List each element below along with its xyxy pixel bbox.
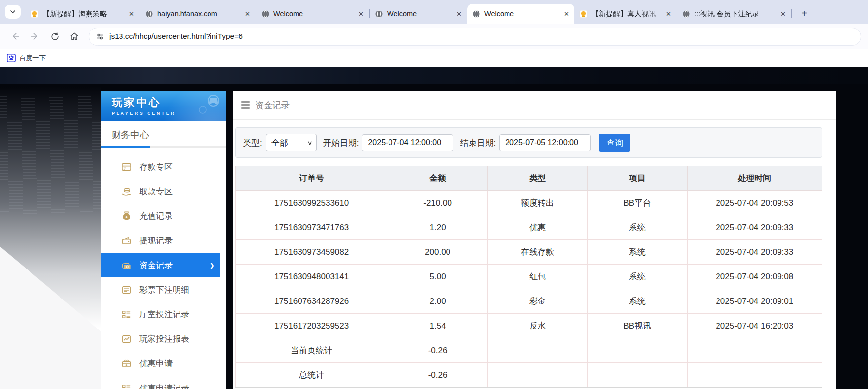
cell-amount: 200.00 (388, 240, 488, 265)
cell-label: 当前页统计 (236, 338, 388, 363)
col-header-type: 类型 (487, 166, 587, 191)
cell-amount: -0.26 (388, 338, 488, 363)
table-row: 17516309734717631.20优惠系统2025-07-04 20:09… (236, 215, 822, 240)
list-grid-icon (121, 309, 132, 320)
cell-type: 优惠 (487, 215, 587, 240)
cell-process-time: 2025-07-04 20:09:53 (687, 191, 822, 215)
sidebar-item-withdrawal-records[interactable]: 提现记录 (101, 228, 226, 253)
sidebar-header: 玩家中心 PLAYERS CENTER (101, 91, 226, 121)
address-bar[interactable]: js13.cc/hhcp/usercenter.html?iniType=6 (89, 28, 861, 46)
banknotes-icon (121, 260, 132, 270)
chevron-right-icon: ❯ (210, 262, 215, 269)
tab-close-icon[interactable]: ✕ (243, 10, 252, 18)
type-filter-label: 类型: (243, 137, 262, 149)
home-button[interactable] (66, 28, 83, 45)
sidebar-item-promo-application-records[interactable]: 优惠申请记录 (101, 376, 226, 389)
tab-title: haiyan.hfanax.com (157, 10, 239, 18)
sidebar-item-label: 优惠申请 (139, 358, 173, 369)
search-button[interactable]: 查询 (599, 134, 630, 152)
back-button[interactable] (7, 28, 24, 45)
sidebar-item-lottery-bet-detail[interactable]: 彩票下注明细 (101, 277, 226, 302)
browser-tab-2[interactable]: haiyan.hfanax.com ✕ (140, 4, 256, 24)
tab-close-icon[interactable]: ✕ (357, 10, 365, 18)
reload-icon (50, 32, 60, 41)
forward-arrow-icon (30, 31, 40, 41)
table-row: 17516172032595231.54反水BB视讯2025-07-04 16:… (236, 314, 822, 338)
sidebar-item-recharge-records[interactable]: ¥ 充值记录 (101, 204, 226, 228)
tab-title: :::视讯 会员下注纪录 (694, 9, 775, 19)
svg-text:¥: ¥ (126, 363, 128, 367)
table-row: 1751630973459082200.00在线存款系统2025-07-04 2… (236, 240, 822, 265)
sidebar-item-label: 彩票下注明细 (139, 284, 189, 296)
cell-type: 反水 (487, 314, 587, 338)
panel-header: 资金记录 (233, 91, 836, 120)
cell-amount: 2.00 (388, 289, 488, 314)
background-streaks (0, 96, 101, 214)
end-date-input[interactable] (499, 134, 591, 151)
sidebar-item-label: 厅室投注记录 (139, 309, 189, 320)
tab-title: Welcome (484, 10, 558, 18)
sidebar-item-deposit-zone[interactable]: 存款专区 (101, 154, 226, 179)
tab-close-icon[interactable]: ✕ (455, 10, 463, 18)
cell-order-no: 1751617203259523 (236, 314, 388, 338)
svg-text:¥: ¥ (125, 214, 128, 219)
reload-button[interactable] (46, 28, 63, 45)
cell-type: 红包 (487, 265, 587, 289)
chevron-down-icon: ∨ (307, 140, 312, 146)
sidebar-item-label: 优惠申请记录 (139, 383, 189, 389)
tab-search-chevron-button[interactable] (5, 5, 21, 19)
tab-title: 【新提醒】海燕策略 (43, 9, 123, 19)
tab-close-icon[interactable]: ✕ (779, 10, 787, 18)
table-row: 1751630992533610-210.00额度转出BB平台2025-07-0… (236, 191, 822, 215)
cell-type: 额度转出 (487, 191, 587, 215)
cell-process-time: 2025-07-04 20:09:33 (687, 215, 822, 240)
sidebar-item-funds-records[interactable]: 资金记录 ❯ (101, 253, 220, 277)
bookmark-baidu[interactable]: 百度一下 (7, 54, 46, 62)
browser-tab-1[interactable]: 【新提醒】海燕策略 ✕ (26, 4, 140, 24)
chart-report-icon (121, 334, 132, 344)
browser-tab-3[interactable]: Welcome ✕ (256, 4, 369, 24)
cell-order-no: 1751630973471763 (236, 215, 388, 240)
browser-tab-4[interactable]: Welcome ✕ (370, 4, 467, 24)
forward-button[interactable] (27, 28, 43, 45)
table-row: 17516076342879262.00彩金系统2025-07-04 20:09… (236, 289, 822, 314)
tab-close-icon[interactable]: ✕ (664, 10, 673, 18)
type-select[interactable]: 全部 ∨ (266, 134, 317, 151)
bookmarks-bar: 百度一下 (0, 49, 868, 67)
chevron-down-icon (10, 9, 16, 15)
browser-tab-6[interactable]: 【新提醒】真人视讯 ✕ (574, 4, 677, 24)
tab-close-icon[interactable]: ✕ (127, 10, 136, 18)
mail-alert-favicon-icon (30, 10, 39, 18)
start-date-input[interactable] (362, 134, 453, 151)
type-select-value: 全部 (271, 137, 288, 149)
cell-type: 彩金 (487, 289, 587, 314)
cell-process-time: 2025-07-04 16:20:03 (687, 314, 822, 338)
new-tab-button[interactable]: + (797, 6, 811, 21)
gamepad-decor-icon (195, 94, 221, 114)
cell-amount: -0.26 (388, 363, 488, 388)
sidebar-item-hall-bet-records[interactable]: 厅室投注记录 (101, 302, 226, 327)
tab-close-icon[interactable]: ✕ (562, 10, 570, 18)
globe-favicon-icon (261, 10, 269, 18)
table-header-row: 订单号 金额 类型 项目 处理时间 (236, 166, 822, 191)
baidu-paw-icon (7, 54, 16, 62)
receipt-icon (121, 285, 132, 295)
sidebar-item-withdraw-zone[interactable]: 取款专区 (101, 179, 226, 204)
hamburger-menu-icon[interactable] (241, 101, 250, 109)
cell-amount: 1.54 (388, 314, 488, 338)
globe-favicon-icon (145, 10, 153, 18)
cell-order-no: 1751630948003141 (236, 265, 388, 289)
cell-project: 系统 (587, 289, 687, 314)
back-arrow-icon (10, 31, 20, 41)
tab-title: 【新提醒】真人视讯 (592, 9, 660, 19)
page-viewport: 玩家中心 PLAYERS CENTER 财务中心 存款专区 取款专区 ¥ 充值记… (0, 67, 868, 389)
funds-records-panel: 资金记录 类型: 全部 ∨ 开始日期: 结束日期: 查询 订单号 (233, 91, 836, 389)
deposit-card-icon (121, 162, 132, 172)
browser-tab-7[interactable]: :::视讯 会员下注纪录 ✕ (677, 4, 791, 24)
browser-toolbar: js13.cc/hhcp/usercenter.html?iniType=6 (0, 24, 868, 49)
filter-bar: 类型: 全部 ∨ 开始日期: 结束日期: 查询 (235, 127, 822, 158)
sidebar-item-promo-application[interactable]: ¥ 优惠申请 (101, 351, 226, 376)
sidebar-item-player-bet-report[interactable]: 玩家投注报表 (101, 327, 226, 351)
browser-tab-5-active[interactable]: Welcome ✕ (467, 4, 574, 24)
list-grid-icon (121, 383, 132, 389)
